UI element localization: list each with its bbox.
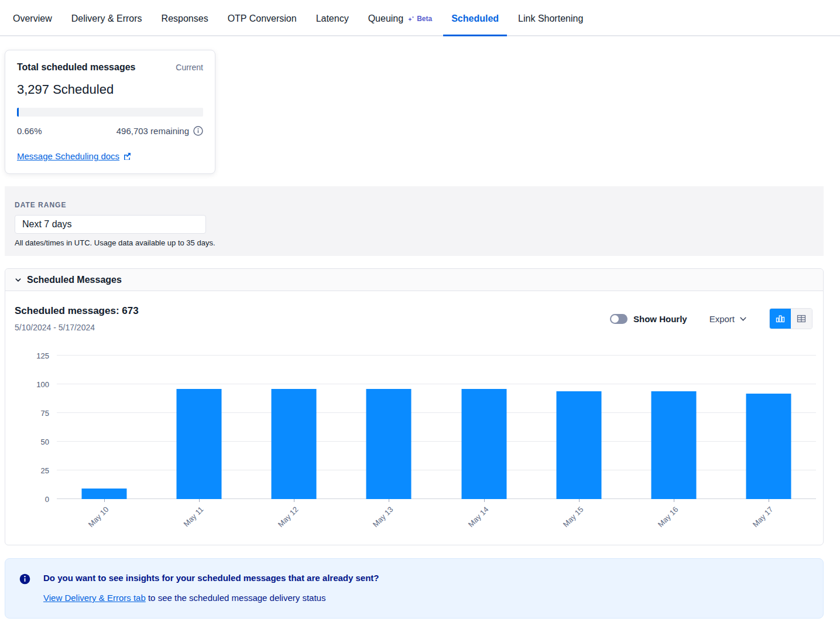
export-label: Export [709,314,735,324]
message-scheduling-docs-link[interactable]: Message Scheduling docs [17,151,131,161]
show-hourly-label: Show Hourly [633,314,687,324]
export-button[interactable]: Export [709,314,747,324]
sparkle-icon [407,15,415,23]
bar-chart-icon [775,313,786,324]
chevron-down-icon [739,315,747,323]
date-range-input[interactable] [15,215,206,234]
beta-label: Beta [417,15,432,23]
alert-heading: Do you want to see insights for your sch… [43,573,379,583]
bar-may-10[interactable] [82,489,127,499]
chevron-down-icon [15,276,22,284]
chart-band-may-14: May 14 [437,356,532,499]
alert-message-suffix: to see the scheduled message delivery st… [146,593,326,603]
insights-tab-bar: OverviewDelivery & ErrorsResponsesOTP Co… [0,0,840,36]
bar-may-16[interactable] [651,391,696,499]
info-filled-icon [19,573,30,585]
external-link-icon [123,152,131,160]
x-axis-tick [579,499,580,502]
tab-otp-conversion[interactable]: OTP Conversion [220,2,305,36]
chart-date-span: 5/10/2024 - 5/17/2024 [15,323,139,332]
x-axis-tick [769,499,769,502]
tab-link-shortening[interactable]: Link Shortening [510,2,591,36]
tab-queuing[interactable]: QueuingBeta [360,2,441,36]
y-axis-tick-label: 125 [5,351,49,360]
bar-may-11[interactable] [177,389,222,499]
y-axis-tick-label: 75 [5,409,49,418]
bar-may-17[interactable] [746,394,791,499]
docs-link-label: Message Scheduling docs [17,151,119,161]
table-view-button[interactable] [791,309,812,329]
card-title: Total scheduled messages [17,62,135,73]
chart-title: Scheduled messages: 673 [15,305,139,317]
alert-message: View Delivery & Errors tab to see the sc… [43,593,379,603]
x-axis-label: May 16 [644,505,680,540]
x-axis-label: May 13 [360,505,395,540]
tab-label: Queuing [368,13,404,24]
bar-may-13[interactable] [366,389,412,499]
tab-label: Responses [162,13,208,24]
scheduled-count-value: 3,297 Scheduled [17,82,203,97]
x-axis-label: May 11 [170,505,205,540]
tab-latency[interactable]: Latency [308,2,357,36]
table-icon [796,313,807,324]
panel-collapse-header[interactable]: Scheduled Messages [5,269,823,291]
chart-band-may-13: May 13 [341,356,436,499]
y-axis-tick-label: 25 [5,466,49,475]
date-range-section: DATE RANGE All dates/times in UTC. Usage… [5,186,824,256]
info-icon[interactable] [193,126,203,136]
y-axis-tick-label: 100 [5,380,49,389]
x-axis-label: May 15 [550,505,585,540]
chart-plot-area: May 10May 11May 12May 13May 14May 15May … [57,356,816,499]
show-hourly-toggle[interactable]: Show Hourly [610,314,687,324]
x-axis-tick [294,499,294,502]
tab-label: OTP Conversion [228,13,297,24]
total-scheduled-card: Total scheduled messages Current 3,297 S… [5,50,215,174]
scheduled-messages-panel: Scheduled Messages Scheduled messages: 6… [5,268,824,545]
info-alert: Do you want to see insights for your sch… [5,558,824,619]
y-axis-tick-label: 0 [5,495,49,504]
date-range-label: DATE RANGE [15,201,824,209]
tab-label: Scheduled [451,13,499,24]
scheduled-messages-bar-chart: May 10May 11May 12May 13May 14May 15May … [5,351,824,532]
x-axis-tick [484,499,485,502]
date-range-helper-text: All dates/times in UTC. Usage data avail… [15,238,824,247]
chart-band-may-16: May 16 [626,356,721,499]
x-axis-tick [104,499,105,502]
x-axis-tick [674,499,674,502]
tab-label: Latency [316,13,349,24]
view-switcher [769,308,812,329]
chart-band-may-15: May 15 [532,356,626,499]
tab-delivery-errors[interactable]: Delivery & Errors [63,2,150,36]
tab-label: Link Shortening [518,13,583,24]
chart-band-may-12: May 12 [246,356,341,499]
toggle-knob [611,315,619,323]
toggle-track[interactable] [610,314,628,324]
x-axis-label: May 17 [739,505,774,540]
tab-overview[interactable]: Overview [5,2,60,36]
usage-progress-bar [17,108,203,117]
bar-may-15[interactable] [556,391,601,499]
chart-band-may-11: May 11 [152,356,246,499]
x-axis-label: May 12 [265,505,300,540]
y-axis-tick-label: 50 [5,438,49,446]
chart-band-may-10: May 10 [57,356,152,499]
x-axis-tick [199,499,200,502]
chart-band-may-17: May 17 [721,356,816,499]
tab-label: Overview [13,13,52,24]
view-delivery-errors-link[interactable]: View Delivery & Errors tab [43,593,146,603]
bar-may-12[interactable] [272,389,317,499]
panel-title: Scheduled Messages [27,275,122,285]
tab-label: Delivery & Errors [71,13,142,24]
chart-view-button[interactable] [770,309,791,329]
tab-scheduled[interactable]: Scheduled [443,2,507,36]
x-axis-label: May 10 [76,505,111,540]
x-axis-label: May 14 [455,505,490,540]
tab-responses[interactable]: Responses [153,2,217,36]
remaining-count: 496,703 remaining [116,126,189,136]
percent-used: 0.66% [17,126,42,136]
bar-may-14[interactable] [461,389,506,499]
beta-badge: Beta [407,15,432,23]
usage-progress-fill [17,108,19,117]
card-period-label: Current [176,63,203,72]
x-axis-tick [389,499,389,502]
